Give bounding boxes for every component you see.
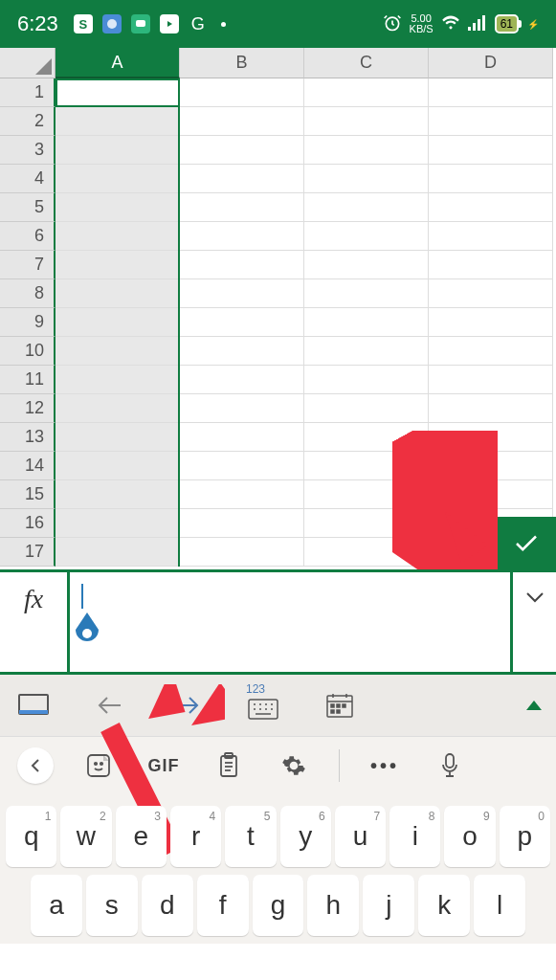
row-header[interactable]: 12 — [0, 394, 56, 423]
key-s[interactable]: s — [86, 875, 138, 936]
key-p[interactable]: 0p — [500, 806, 550, 867]
wifi-icon — [441, 15, 460, 33]
formula-bar: fx — [0, 569, 556, 675]
app-icon-g: G — [189, 14, 208, 33]
app-icon-s: S — [74, 14, 93, 33]
svg-rect-28 — [343, 704, 345, 707]
cells-grid[interactable] — [56, 78, 553, 567]
key-q[interactable]: 1q — [6, 806, 56, 867]
key-t[interactable]: 5t — [225, 806, 276, 867]
back-arrow-icon[interactable] — [91, 686, 129, 724]
row-header[interactable]: 3 — [0, 136, 56, 165]
clipboard-button[interactable] — [209, 746, 249, 786]
svg-rect-30 — [337, 710, 340, 713]
expand-formula-button[interactable] — [513, 572, 556, 672]
collapse-toolbar-button[interactable] — [526, 701, 542, 710]
key-j[interactable]: j — [363, 875, 414, 936]
spreadsheet[interactable]: A B C D 1 2 3 4 5 6 7 8 9 10 11 12 13 14… — [0, 48, 556, 569]
row-header[interactable]: 7 — [0, 251, 56, 279]
svg-point-9 — [82, 629, 92, 638]
svg-rect-4 — [468, 27, 471, 31]
key-w[interactable]: 2w — [60, 806, 111, 867]
row-header[interactable]: 1 — [0, 78, 56, 107]
cancel-button[interactable] — [437, 517, 497, 569]
row-header[interactable]: 5 — [0, 193, 56, 222]
svg-rect-7 — [482, 15, 485, 31]
key-f[interactable]: f — [197, 875, 249, 936]
status-time: 6:23 — [17, 11, 58, 36]
row-header[interactable]: 8 — [0, 279, 56, 308]
svg-rect-27 — [337, 704, 340, 707]
svg-rect-5 — [473, 23, 476, 31]
voice-input-button[interactable] — [430, 746, 470, 786]
key-k[interactable]: k — [418, 875, 470, 936]
charging-icon: ⚡ — [527, 19, 539, 30]
keyboard: 1q 2w 3e 4r 5t 6y 7u 8i 9o 0p a s d f g … — [0, 794, 556, 944]
fx-label[interactable]: fx — [0, 572, 67, 672]
keyboard-suggestion-bar: GIF ••• — [0, 737, 556, 794]
svg-rect-39 — [446, 754, 454, 768]
more-options-button[interactable]: ••• — [365, 746, 405, 786]
app-icon-chat — [131, 14, 150, 33]
svg-rect-29 — [331, 710, 334, 713]
keyboard-back-button[interactable] — [17, 747, 54, 784]
key-i[interactable]: 8i — [389, 806, 440, 867]
svg-rect-6 — [478, 19, 480, 31]
column-header-c[interactable]: C — [304, 48, 429, 78]
row-header[interactable]: 6 — [0, 222, 56, 251]
date-picker-button[interactable] — [321, 686, 359, 724]
formula-input[interactable] — [67, 572, 513, 672]
row-header[interactable]: 13 — [0, 423, 56, 452]
alarm-icon — [383, 13, 402, 35]
numeric-keyboard-button[interactable]: 123 — [244, 686, 282, 724]
key-a[interactable]: a — [31, 875, 82, 936]
row-header[interactable]: 16 — [0, 509, 56, 538]
app-icon-blue — [102, 14, 122, 33]
row-header[interactable]: 4 — [0, 165, 56, 193]
key-d[interactable]: d — [142, 875, 193, 936]
row-header[interactable]: 17 — [0, 538, 56, 567]
row-header[interactable]: 15 — [0, 480, 56, 509]
row-header[interactable]: 10 — [0, 337, 56, 366]
battery-indicator: 61 — [495, 14, 519, 33]
status-dot — [221, 22, 226, 27]
svg-rect-12 — [249, 700, 278, 719]
row-header[interactable]: 11 — [0, 366, 56, 394]
row-header[interactable]: 14 — [0, 452, 56, 480]
divider — [339, 749, 340, 782]
key-u[interactable]: 7u — [335, 806, 386, 867]
sticker-button[interactable] — [78, 746, 119, 786]
row-headers: 1 2 3 4 5 6 7 8 9 10 11 12 13 14 15 16 1… — [0, 78, 56, 567]
device-icon[interactable] — [14, 686, 53, 724]
text-cursor — [81, 584, 83, 609]
signal-icon — [468, 15, 487, 33]
confirm-button[interactable] — [497, 517, 556, 569]
column-header-d[interactable]: D — [429, 48, 553, 78]
row-header[interactable]: 2 — [0, 107, 56, 136]
input-toolbar: 123 — [0, 675, 556, 737]
key-h[interactable]: h — [307, 875, 359, 936]
settings-button[interactable] — [274, 746, 314, 786]
key-l[interactable]: l — [474, 875, 525, 936]
row-header[interactable]: 9 — [0, 308, 56, 337]
column-header-b[interactable]: B — [180, 48, 304, 78]
network-speed: 5.00 KB/S — [410, 13, 434, 34]
active-cell[interactable] — [56, 78, 180, 107]
key-g[interactable]: g — [253, 875, 304, 936]
forward-arrow-icon[interactable] — [167, 686, 206, 724]
svg-rect-26 — [331, 704, 334, 707]
keyboard-row-1: 1q 2w 3e 4r 5t 6y 7u 8i 9o 0p — [4, 802, 552, 871]
svg-point-33 — [100, 763, 102, 765]
column-header-a[interactable]: A — [56, 48, 180, 78]
gif-button[interactable]: GIF — [144, 746, 184, 786]
svg-point-0 — [107, 19, 117, 29]
status-bar: 6:23 S G 5.00 KB/S 61 ⚡ — [0, 0, 556, 48]
cursor-handle-icon[interactable] — [74, 612, 100, 651]
select-all-corner[interactable] — [0, 48, 56, 78]
key-e[interactable]: 3e — [116, 806, 167, 867]
svg-point-32 — [95, 763, 97, 765]
app-icon-youtube — [160, 14, 179, 33]
key-o[interactable]: 9o — [444, 806, 495, 867]
key-r[interactable]: 4r — [170, 806, 221, 867]
key-y[interactable]: 6y — [280, 806, 331, 867]
